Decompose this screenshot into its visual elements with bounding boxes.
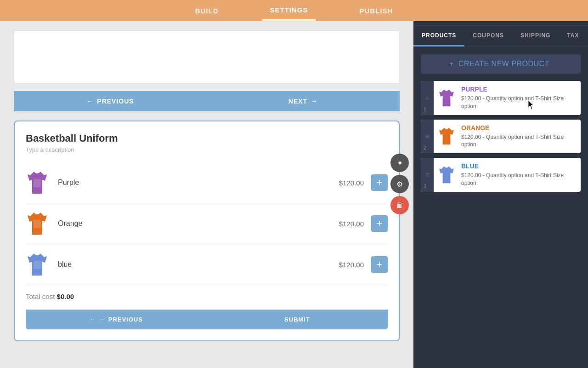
nav-buttons-row: ← PREVIOUS NEXT → (14, 91, 400, 111)
previous-button-top[interactable]: ← PREVIOUS (14, 91, 207, 111)
nav-publish[interactable]: PUBLISH (352, 1, 401, 20)
total-label: Total cost (26, 293, 55, 300)
panel-product-purple: ≡ PURPLE $120.00 - Quantity option and T… (421, 81, 581, 115)
total-amount: $0.00 (57, 293, 74, 300)
sidebar-tools: ✦ ⚙ 🗑 (390, 154, 409, 214)
arrow-left-card-icon: ← (90, 316, 96, 323)
add-purple-button[interactable]: + (371, 174, 388, 191)
blue-item-name: blue (58, 260, 339, 269)
panel-blue-name: BLUE (461, 162, 576, 170)
svg-rect-1 (34, 220, 41, 228)
add-blue-button[interactable]: + (371, 256, 388, 273)
plus-create-icon: + (449, 60, 454, 68)
settings-tool-button[interactable]: ⚙ (390, 175, 409, 193)
drag-handle-orange[interactable]: ≡ (421, 120, 434, 154)
description-textarea[interactable] (14, 31, 399, 81)
panel-purple-name: PURPLE (461, 86, 576, 93)
orange-item-name: Orange (58, 219, 339, 228)
panel-orange-name: ORANGE (461, 124, 576, 132)
svg-rect-0 (34, 179, 41, 187)
main-content: ← PREVIOUS NEXT → Basketball Uniform Typ… (0, 21, 413, 368)
top-navigation: BUILD SETTINGS PUBLISH (0, 0, 588, 21)
panel-purple-info: PURPLE $120.00 - Quantity option and T-S… (459, 81, 581, 115)
add-orange-button[interactable]: + (371, 215, 388, 232)
blue-jersey-image (26, 251, 49, 278)
product-item-blue: blue $120.00 + (26, 244, 388, 285)
panel-products-list: ≡ PURPLE $120.00 - Quantity option and T… (413, 81, 588, 368)
trash-icon: 🗑 (396, 201, 403, 209)
panel-orange-num: 2 (424, 145, 426, 150)
panel-orange-desc: $120.00 - Quantity option and T-Shirt Si… (461, 133, 576, 149)
previous-button-card[interactable]: ← ← PREVIOUS (26, 310, 207, 329)
tab-shipping[interactable]: SHIPPING (512, 26, 559, 46)
panel-blue-jersey-image (434, 158, 459, 192)
orange-item-price: $120.00 (339, 220, 364, 228)
panel-product-blue: ≡ BLUE $120.00 - Quantity option and T-S… (421, 158, 581, 192)
previous-card-label: ← PREVIOUS (100, 316, 143, 323)
panel-blue-info: BLUE $120.00 - Quantity option and T-Shi… (459, 158, 581, 192)
delete-button[interactable]: 🗑 (390, 196, 409, 214)
panel-orange-jersey-image (434, 120, 459, 154)
create-new-product-button[interactable]: + CREATE NEW PRODUCT (421, 54, 581, 74)
purple-item-price: $120.00 (339, 179, 364, 187)
submit-label: SUBMIT (284, 316, 310, 323)
tab-products[interactable]: PRODUCTS (413, 26, 464, 46)
purple-item-name: Purple (58, 178, 339, 187)
svg-rect-2 (34, 261, 41, 269)
orange-jersey-image (26, 210, 49, 237)
panel-blue-desc: $120.00 - Quantity option and T-Shirt Si… (461, 172, 576, 187)
tab-coupons[interactable]: COUPONS (464, 26, 512, 46)
product-item-orange: Orange $120.00 + (26, 203, 388, 244)
panel-tabs: PRODUCTS COUPONS SHIPPING TAX (413, 26, 588, 47)
product-card: Basketball Uniform Type a description Pu… (14, 121, 400, 341)
panel-purple-num: 1 (424, 107, 426, 112)
submit-button[interactable]: SUBMIT (207, 310, 388, 329)
previous-label-top: PREVIOUS (97, 98, 134, 105)
panel-orange-info: ORANGE $120.00 - Quantity option and T-S… (459, 120, 581, 154)
create-new-product-label: CREATE NEW PRODUCT (458, 60, 549, 68)
magic-wand-icon: ✦ (397, 159, 403, 167)
nav-settings[interactable]: SETTINGS (262, 0, 315, 21)
next-label-top: NEXT (288, 98, 307, 105)
textarea-section (14, 30, 400, 84)
arrow-right-icon: → (311, 98, 318, 105)
right-panel: Payment Settings ⚙ ✕ PRODUCTS COUPONS SH… (413, 0, 588, 368)
card-nav-buttons: ← ← PREVIOUS SUBMIT (26, 310, 388, 329)
panel-purple-jersey-image (434, 81, 459, 115)
total-row: Total cost $0.00 (26, 293, 388, 300)
drag-handle-blue[interactable]: ≡ (421, 158, 434, 192)
magic-wand-button[interactable]: ✦ (390, 154, 409, 172)
product-description: Type a description (26, 146, 388, 153)
next-button-top[interactable]: NEXT → (207, 91, 400, 111)
panel-purple-desc: $120.00 - Quantity option and T-Shirt Si… (461, 95, 576, 110)
tab-tax[interactable]: TAX (559, 26, 587, 46)
gear-tool-icon: ⚙ (396, 180, 403, 189)
purple-jersey-image (26, 169, 49, 196)
drag-handle-purple[interactable]: ≡ (421, 81, 434, 115)
product-title: Basketball Uniform (26, 132, 388, 144)
arrow-left-icon: ← (86, 98, 93, 105)
product-item-purple: Purple $120.00 + (26, 162, 388, 203)
panel-product-orange: ≡ ORANGE $120.00 - Quantity option and T… (421, 120, 581, 154)
nav-build[interactable]: BUILD (188, 1, 226, 20)
panel-blue-num: 3 (424, 184, 426, 189)
blue-item-price: $120.00 (339, 261, 364, 269)
